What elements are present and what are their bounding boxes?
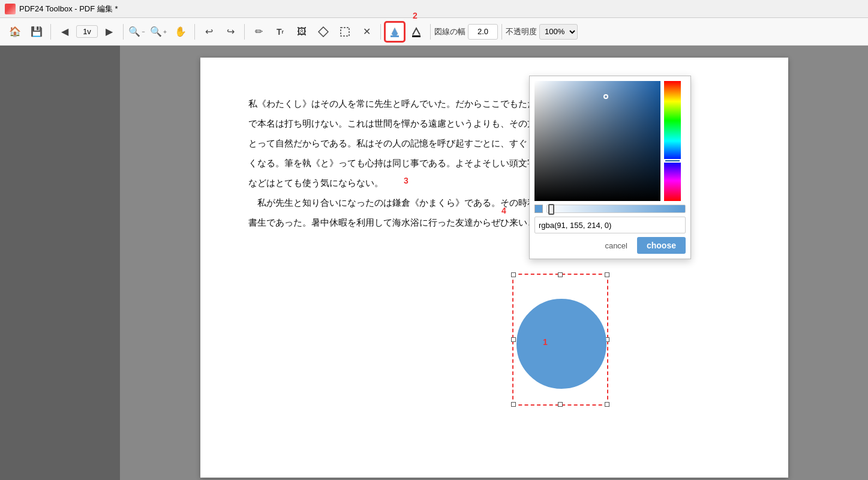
- color-gradient-square[interactable]: [534, 81, 660, 201]
- svg-marker-0: [319, 27, 328, 37]
- opacity-group: 不透明度 100% 90% 80% 50%: [506, 24, 578, 40]
- handle-tr[interactable]: [605, 272, 609, 277]
- app-title: PDF24 Toolbox - PDF 編集 *: [19, 4, 118, 14]
- toolbar: 🏠 💾 ◀ 1v ▶ 🔍－ 🔍＋ ✋ ↩ ↪ ✏ Tr 🖼 ✕: [0, 18, 868, 46]
- alpha-slider[interactable]: [546, 205, 686, 213]
- fill-color-button[interactable]: [385, 22, 405, 42]
- shape-circle: [516, 299, 606, 389]
- handle-tl[interactable]: [511, 272, 516, 277]
- prev-page-button[interactable]: ◀: [55, 22, 75, 42]
- text-button[interactable]: Tr: [270, 22, 290, 42]
- app-logo: [5, 4, 16, 14]
- sidebar: [0, 46, 120, 480]
- color-btn-row: cancel choose: [534, 237, 686, 254]
- select-button[interactable]: [335, 22, 355, 42]
- delete-button[interactable]: ✕: [356, 22, 377, 42]
- color-picker-popup: cancel choose: [529, 76, 691, 259]
- handle-bm[interactable]: [558, 402, 563, 407]
- svg-rect-3: [412, 35, 421, 37]
- num-label-3: 3: [404, 176, 409, 185]
- color-gradient-dot: [603, 94, 608, 99]
- alpha-thumb: [548, 204, 554, 215]
- page-number[interactable]: 1v: [76, 25, 98, 38]
- redo-button[interactable]: ↪: [220, 22, 241, 42]
- save-button[interactable]: 💾: [26, 22, 47, 42]
- rgba-input[interactable]: [534, 217, 686, 233]
- choose-button[interactable]: choose: [637, 237, 686, 254]
- main-layout: 私《わたくし》はその人を常に先生と呼んでいた。だからここでもただ先生と書くだけ …: [0, 46, 868, 480]
- separator-1: [50, 24, 51, 40]
- color-hex-row: [534, 217, 686, 233]
- stroke-width-input[interactable]: [468, 24, 498, 40]
- svg-rect-2: [391, 35, 399, 37]
- separator-4: [244, 24, 245, 40]
- undo-button[interactable]: ↩: [199, 22, 219, 42]
- image-button[interactable]: 🖼: [292, 22, 312, 42]
- num-label-4: 4: [501, 206, 506, 215]
- hue-indicator: [664, 159, 681, 163]
- shape-container[interactable]: [512, 274, 608, 406]
- stroke-width-group: 図線の幅: [434, 24, 498, 40]
- pdf-area[interactable]: 私《わたくし》はその人を常に先生と呼んでいた。だからここでもただ先生と書くだけ …: [120, 46, 868, 480]
- stroke-color-icon: [411, 26, 422, 37]
- pdf-page: 私《わたくし》はその人を常に先生と呼んでいた。だからここでもただ先生と書くだけ …: [200, 58, 788, 478]
- home-button[interactable]: 🏠: [5, 22, 25, 42]
- next-page-button[interactable]: ▶: [99, 22, 119, 42]
- opacity-select[interactable]: 100% 90% 80% 50%: [539, 24, 578, 40]
- handle-br[interactable]: [605, 402, 609, 407]
- page-nav: ◀ 1v ▶: [55, 22, 119, 42]
- shape-icon: [318, 26, 329, 37]
- color-picker-top: [534, 81, 686, 201]
- separator-2: [123, 24, 124, 40]
- separator-3: [194, 24, 195, 40]
- select-icon: [340, 26, 350, 37]
- hue-strip[interactable]: [664, 81, 681, 201]
- shape-button[interactable]: [313, 22, 334, 42]
- separator-7: [501, 24, 502, 40]
- titlebar: PDF24 Toolbox - PDF 編集 *: [0, 0, 868, 18]
- fill-color-icon: [389, 26, 400, 37]
- svg-rect-1: [341, 28, 349, 36]
- stroke-color-button[interactable]: [406, 22, 427, 42]
- zoom-out-button[interactable]: 🔍－: [127, 22, 148, 42]
- pan-button[interactable]: ✋: [170, 22, 191, 42]
- opacity-label: 不透明度: [506, 26, 537, 37]
- alpha-row: [534, 205, 686, 213]
- stroke-width-label: 図線の幅: [434, 26, 465, 37]
- handle-ml[interactable]: [511, 337, 516, 342]
- separator-5: [380, 24, 381, 40]
- alpha-swatch: [534, 205, 543, 213]
- cancel-button[interactable]: cancel: [600, 237, 632, 254]
- handle-tm[interactable]: [558, 272, 563, 277]
- pencil-button[interactable]: ✏: [248, 22, 269, 42]
- zoom-in-button[interactable]: 🔍＋: [149, 22, 169, 42]
- handle-bl[interactable]: [511, 402, 516, 407]
- separator-6: [430, 24, 431, 40]
- num-label-1: 1: [543, 337, 548, 347]
